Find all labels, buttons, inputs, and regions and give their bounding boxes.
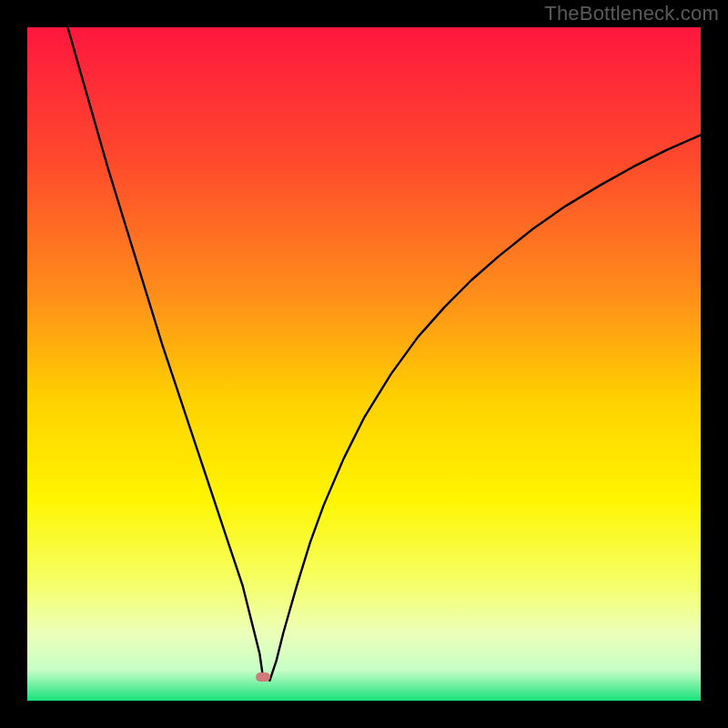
gradient-background [27,27,701,701]
plot-area [27,27,701,701]
chart-svg [27,27,701,701]
watermark-text: TheBottleneck.com [544,2,719,25]
optimal-point-marker [256,672,270,682]
chart-frame: TheBottleneck.com [0,0,728,728]
